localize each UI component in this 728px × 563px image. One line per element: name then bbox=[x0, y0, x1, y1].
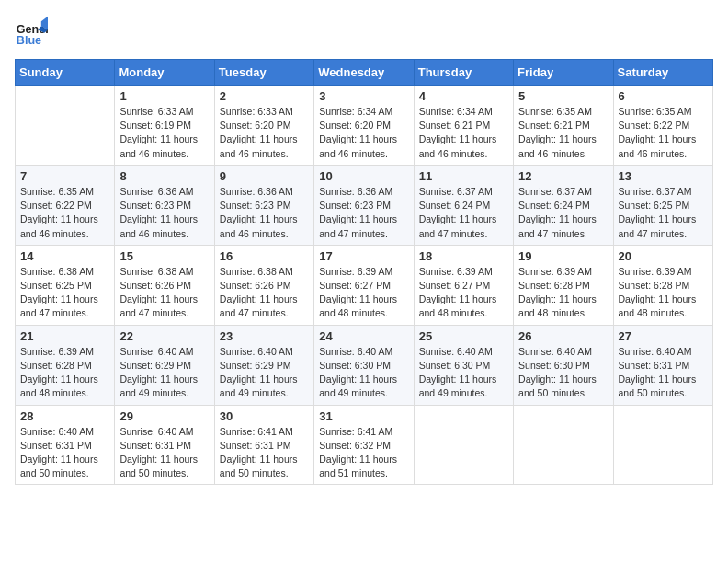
day-info: Sunrise: 6:35 AM Sunset: 6:21 PM Dayligh… bbox=[518, 105, 608, 161]
day-number: 5 bbox=[518, 89, 608, 103]
day-number: 7 bbox=[20, 169, 109, 183]
day-info: Sunrise: 6:36 AM Sunset: 6:23 PM Dayligh… bbox=[319, 185, 408, 241]
calendar-cell: 25 Sunrise: 6:40 AM Sunset: 6:30 PM Dayl… bbox=[414, 325, 513, 405]
calendar-cell: 4 Sunrise: 6:34 AM Sunset: 6:21 PM Dayli… bbox=[414, 86, 513, 166]
calendar-cell bbox=[16, 86, 115, 166]
day-info: Sunrise: 6:38 AM Sunset: 6:26 PM Dayligh… bbox=[119, 265, 209, 321]
day-info: Sunrise: 6:40 AM Sunset: 6:30 PM Dayligh… bbox=[419, 345, 508, 401]
calendar-cell: 3 Sunrise: 6:34 AM Sunset: 6:20 PM Dayli… bbox=[314, 86, 414, 166]
day-info: Sunrise: 6:39 AM Sunset: 6:27 PM Dayligh… bbox=[419, 265, 508, 321]
day-number: 27 bbox=[619, 329, 708, 343]
day-info: Sunrise: 6:39 AM Sunset: 6:28 PM Dayligh… bbox=[619, 265, 708, 321]
calendar-cell: 1 Sunrise: 6:33 AM Sunset: 6:19 PM Dayli… bbox=[115, 86, 214, 166]
calendar-cell bbox=[613, 405, 712, 485]
day-number: 14 bbox=[20, 249, 109, 263]
calendar-cell: 10 Sunrise: 6:36 AM Sunset: 6:23 PM Dayl… bbox=[314, 165, 414, 245]
day-number: 1 bbox=[119, 89, 209, 103]
calendar-cell: 15 Sunrise: 6:38 AM Sunset: 6:26 PM Dayl… bbox=[115, 245, 214, 325]
calendar-cell: 24 Sunrise: 6:40 AM Sunset: 6:30 PM Dayl… bbox=[314, 325, 414, 405]
calendar-cell: 17 Sunrise: 6:39 AM Sunset: 6:27 PM Dayl… bbox=[314, 245, 414, 325]
day-info: Sunrise: 6:41 AM Sunset: 6:31 PM Dayligh… bbox=[220, 425, 309, 481]
day-number: 23 bbox=[220, 329, 309, 343]
calendar-cell: 11 Sunrise: 6:37 AM Sunset: 6:24 PM Dayl… bbox=[414, 165, 513, 245]
calendar-cell: 9 Sunrise: 6:36 AM Sunset: 6:23 PM Dayli… bbox=[214, 165, 313, 245]
day-number: 26 bbox=[518, 329, 608, 343]
day-number: 19 bbox=[518, 249, 608, 263]
calendar-cell: 19 Sunrise: 6:39 AM Sunset: 6:28 PM Dayl… bbox=[514, 245, 613, 325]
day-info: Sunrise: 6:37 AM Sunset: 6:24 PM Dayligh… bbox=[518, 185, 608, 241]
day-number: 25 bbox=[419, 329, 508, 343]
day-info: Sunrise: 6:40 AM Sunset: 6:31 PM Dayligh… bbox=[119, 425, 209, 481]
page-header: General Blue bbox=[15, 15, 713, 48]
day-info: Sunrise: 6:38 AM Sunset: 6:25 PM Dayligh… bbox=[20, 265, 109, 321]
day-number: 30 bbox=[220, 409, 309, 423]
day-info: Sunrise: 6:36 AM Sunset: 6:23 PM Dayligh… bbox=[220, 185, 309, 241]
day-info: Sunrise: 6:37 AM Sunset: 6:24 PM Dayligh… bbox=[419, 185, 508, 241]
day-number: 3 bbox=[319, 89, 408, 103]
calendar-cell bbox=[514, 405, 613, 485]
calendar-cell: 2 Sunrise: 6:33 AM Sunset: 6:20 PM Dayli… bbox=[214, 86, 313, 166]
day-number: 17 bbox=[319, 249, 408, 263]
day-info: Sunrise: 6:34 AM Sunset: 6:21 PM Dayligh… bbox=[419, 105, 508, 161]
day-number: 24 bbox=[319, 329, 408, 343]
weekday-label: Saturday bbox=[613, 60, 712, 86]
svg-text:Blue: Blue bbox=[17, 34, 41, 47]
calendar-cell: 8 Sunrise: 6:36 AM Sunset: 6:23 PM Dayli… bbox=[115, 165, 214, 245]
day-number: 16 bbox=[220, 249, 309, 263]
calendar-week-row: 7 Sunrise: 6:35 AM Sunset: 6:22 PM Dayli… bbox=[16, 165, 713, 245]
calendar-cell: 7 Sunrise: 6:35 AM Sunset: 6:22 PM Dayli… bbox=[16, 165, 115, 245]
day-info: Sunrise: 6:40 AM Sunset: 6:31 PM Dayligh… bbox=[20, 425, 109, 481]
calendar-cell: 5 Sunrise: 6:35 AM Sunset: 6:21 PM Dayli… bbox=[514, 86, 613, 166]
calendar-cell: 21 Sunrise: 6:39 AM Sunset: 6:28 PM Dayl… bbox=[16, 325, 115, 405]
day-number: 21 bbox=[20, 329, 109, 343]
calendar-cell: 6 Sunrise: 6:35 AM Sunset: 6:22 PM Dayli… bbox=[613, 86, 712, 166]
calendar-cell: 14 Sunrise: 6:38 AM Sunset: 6:25 PM Dayl… bbox=[16, 245, 115, 325]
calendar-cell: 30 Sunrise: 6:41 AM Sunset: 6:31 PM Dayl… bbox=[214, 405, 313, 485]
day-info: Sunrise: 6:36 AM Sunset: 6:23 PM Dayligh… bbox=[119, 185, 209, 241]
calendar-cell bbox=[414, 405, 513, 485]
logo: General Blue bbox=[15, 15, 48, 48]
logo-icon: General Blue bbox=[15, 15, 48, 48]
calendar-cell: 26 Sunrise: 6:40 AM Sunset: 6:30 PM Dayl… bbox=[514, 325, 613, 405]
day-number: 6 bbox=[619, 89, 708, 103]
day-info: Sunrise: 6:38 AM Sunset: 6:26 PM Dayligh… bbox=[220, 265, 309, 321]
calendar-week-row: 21 Sunrise: 6:39 AM Sunset: 6:28 PM Dayl… bbox=[16, 325, 713, 405]
day-number: 20 bbox=[619, 249, 708, 263]
day-number: 4 bbox=[419, 89, 508, 103]
weekday-header-row: SundayMondayTuesdayWednesdayThursdayFrid… bbox=[16, 60, 713, 86]
day-info: Sunrise: 6:33 AM Sunset: 6:19 PM Dayligh… bbox=[119, 105, 209, 161]
day-info: Sunrise: 6:34 AM Sunset: 6:20 PM Dayligh… bbox=[319, 105, 408, 161]
day-info: Sunrise: 6:40 AM Sunset: 6:29 PM Dayligh… bbox=[220, 345, 309, 401]
calendar-cell: 29 Sunrise: 6:40 AM Sunset: 6:31 PM Dayl… bbox=[115, 405, 214, 485]
day-info: Sunrise: 6:35 AM Sunset: 6:22 PM Dayligh… bbox=[20, 185, 109, 241]
day-number: 28 bbox=[20, 409, 109, 423]
day-number: 9 bbox=[220, 169, 309, 183]
day-info: Sunrise: 6:41 AM Sunset: 6:32 PM Dayligh… bbox=[319, 425, 408, 481]
calendar-cell: 31 Sunrise: 6:41 AM Sunset: 6:32 PM Dayl… bbox=[314, 405, 414, 485]
day-number: 12 bbox=[518, 169, 608, 183]
day-number: 29 bbox=[119, 409, 209, 423]
day-info: Sunrise: 6:37 AM Sunset: 6:25 PM Dayligh… bbox=[619, 185, 708, 241]
calendar-cell: 18 Sunrise: 6:39 AM Sunset: 6:27 PM Dayl… bbox=[414, 245, 513, 325]
weekday-label: Tuesday bbox=[214, 60, 313, 86]
day-number: 22 bbox=[119, 329, 209, 343]
calendar-cell: 16 Sunrise: 6:38 AM Sunset: 6:26 PM Dayl… bbox=[214, 245, 313, 325]
calendar-week-row: 28 Sunrise: 6:40 AM Sunset: 6:31 PM Dayl… bbox=[16, 405, 713, 485]
calendar-cell: 20 Sunrise: 6:39 AM Sunset: 6:28 PM Dayl… bbox=[613, 245, 712, 325]
day-number: 15 bbox=[119, 249, 209, 263]
day-number: 2 bbox=[220, 89, 309, 103]
weekday-label: Monday bbox=[115, 60, 214, 86]
day-info: Sunrise: 6:39 AM Sunset: 6:28 PM Dayligh… bbox=[518, 265, 608, 321]
day-info: Sunrise: 6:40 AM Sunset: 6:30 PM Dayligh… bbox=[518, 345, 608, 401]
calendar-cell: 13 Sunrise: 6:37 AM Sunset: 6:25 PM Dayl… bbox=[613, 165, 712, 245]
day-number: 31 bbox=[319, 409, 408, 423]
day-info: Sunrise: 6:35 AM Sunset: 6:22 PM Dayligh… bbox=[619, 105, 708, 161]
weekday-label: Thursday bbox=[414, 60, 513, 86]
calendar-table: SundayMondayTuesdayWednesdayThursdayFrid… bbox=[15, 59, 713, 485]
weekday-label: Friday bbox=[514, 60, 613, 86]
calendar-cell: 27 Sunrise: 6:40 AM Sunset: 6:31 PM Dayl… bbox=[613, 325, 712, 405]
calendar-cell: 23 Sunrise: 6:40 AM Sunset: 6:29 PM Dayl… bbox=[214, 325, 313, 405]
day-number: 13 bbox=[619, 169, 708, 183]
calendar-cell: 28 Sunrise: 6:40 AM Sunset: 6:31 PM Dayl… bbox=[16, 405, 115, 485]
day-info: Sunrise: 6:39 AM Sunset: 6:27 PM Dayligh… bbox=[319, 265, 408, 321]
